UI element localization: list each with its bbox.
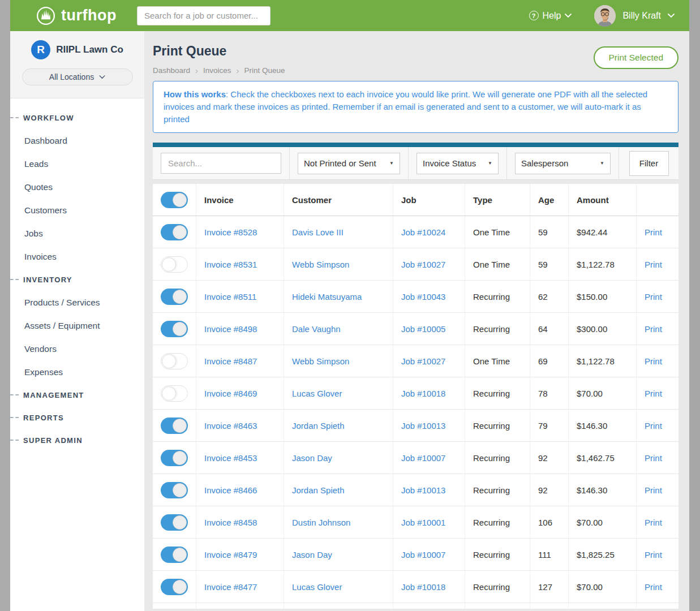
invoice-link[interactable]: Invoice #8487	[196, 345, 284, 377]
user-chevron-down-icon[interactable]	[668, 14, 675, 18]
print-link[interactable]: Print	[637, 571, 678, 603]
customer-link[interactable]: Webb Simpson	[284, 248, 393, 280]
sidebar-item-customers[interactable]: Customers	[10, 199, 144, 222]
job-link[interactable]: Job #10013	[393, 474, 465, 506]
job-link[interactable]: Job #10043	[393, 281, 465, 312]
invoice-link[interactable]: Invoice #8463	[196, 410, 284, 441]
column-header-amount[interactable]: Amount	[569, 184, 637, 216]
sidebar-item-leads[interactable]: Leads	[10, 152, 144, 175]
invoice-link[interactable]: Invoice #8477	[196, 571, 284, 603]
select-arrow-icon: ▼	[600, 161, 604, 166]
row-select-toggle[interactable]	[161, 547, 188, 563]
column-header-age[interactable]: Age	[530, 184, 569, 216]
column-header-customer[interactable]: Customer	[284, 184, 393, 216]
job-link[interactable]: Job #10005	[393, 313, 465, 345]
job-link[interactable]: Job #10018	[393, 571, 465, 603]
print-selected-button[interactable]: Print Selected	[594, 46, 679, 69]
table-search-input[interactable]	[161, 153, 281, 174]
job-link[interactable]: Job #10007	[393, 539, 465, 570]
invoice-status-select[interactable]: Invoice Status ▼	[416, 153, 499, 174]
row-select-toggle[interactable]	[161, 224, 188, 240]
sidebar-item-products-services[interactable]: Products / Services	[10, 291, 144, 314]
job-link[interactable]: Job #10027	[393, 345, 465, 377]
print-link[interactable]: Print	[637, 442, 678, 474]
notice-title: How this works	[164, 89, 226, 99]
invoice-link[interactable]: Invoice #8479	[196, 539, 284, 570]
locations-label: All Locations	[49, 72, 94, 81]
customer-link[interactable]: Jason Day	[284, 539, 393, 570]
breadcrumb-item-print-queue[interactable]: Print Queue	[244, 66, 285, 75]
select-all-toggle[interactable]	[161, 192, 188, 208]
customer-link[interactable]: Davis Love III	[284, 216, 393, 248]
row-select-toggle[interactable]	[161, 514, 188, 531]
global-search-input[interactable]	[137, 6, 270, 25]
job-link[interactable]: Job #10007	[393, 442, 465, 474]
table-row: Invoice #8463 Jordan Spieth Job #10013 R…	[153, 410, 678, 442]
filter-button[interactable]: Filter	[629, 151, 669, 176]
print-link[interactable]: Print	[637, 281, 678, 312]
customer-link[interactable]: Lucas Glover	[284, 377, 393, 409]
column-header-type[interactable]: Type	[465, 184, 530, 216]
sidebar-item-invoices[interactable]: Invoices	[10, 245, 144, 268]
invoice-type: Recurring	[465, 474, 530, 506]
breadcrumb-item-invoices[interactable]: Invoices	[203, 66, 231, 75]
row-select-toggle[interactable]	[161, 418, 188, 434]
customer-link[interactable]: Webb Simpson	[284, 345, 393, 377]
column-header-invoice[interactable]: Invoice	[196, 184, 284, 216]
print-link[interactable]: Print	[637, 345, 678, 377]
company[interactable]: R RIIPL Lawn Co	[10, 40, 144, 59]
customer-link[interactable]: Jason Day	[284, 442, 393, 474]
print-link[interactable]: Print	[637, 216, 678, 248]
user-name[interactable]: Billy Kraft	[622, 11, 661, 21]
invoice-link[interactable]: Invoice #8498	[196, 313, 284, 345]
job-link[interactable]: Job #10001	[393, 506, 465, 538]
customer-link[interactable]: Jordan Spieth	[284, 410, 393, 441]
breadcrumb-item-dashboard[interactable]: Dashboard	[153, 66, 190, 75]
print-link[interactable]: Print	[637, 539, 678, 570]
right-scrollbar[interactable]	[689, 0, 700, 611]
sidebar-item-assets-equipment[interactable]: Assets / Equipment	[10, 314, 144, 337]
job-link[interactable]: Job #10027	[393, 248, 465, 280]
invoice-link[interactable]: Invoice #8458	[196, 506, 284, 538]
job-link[interactable]: Job #10018	[393, 377, 465, 409]
invoice-link[interactable]: Invoice #8531	[196, 248, 284, 280]
customer-link[interactable]: Hideki Matsuyama	[284, 281, 393, 312]
sidebar-item-dashboard[interactable]: Dashboard	[10, 129, 144, 152]
help-menu[interactable]: ? Help	[529, 11, 572, 21]
sidebar-item-quotes[interactable]: Quotes	[10, 175, 144, 199]
invoice-link[interactable]: Invoice #8466	[196, 474, 284, 506]
column-header-job[interactable]: Job	[393, 184, 465, 216]
invoice-link[interactable]: Invoice #8469	[196, 377, 284, 409]
print-link[interactable]: Print	[637, 377, 678, 409]
sidebar-item-jobs[interactable]: Jobs	[10, 222, 144, 245]
row-select-toggle[interactable]	[161, 353, 188, 369]
row-select-toggle[interactable]	[161, 289, 188, 305]
sidebar-item-expenses[interactable]: Expenses	[10, 360, 144, 384]
row-select-toggle[interactable]	[161, 321, 188, 337]
print-link[interactable]: Print	[637, 474, 678, 506]
row-select-toggle[interactable]	[161, 579, 188, 595]
print-link[interactable]: Print	[637, 313, 678, 345]
row-select-toggle[interactable]	[161, 482, 188, 498]
job-link[interactable]: Job #10013	[393, 410, 465, 441]
print-link[interactable]: Print	[637, 410, 678, 441]
invoice-link[interactable]: Invoice #8528	[196, 216, 284, 248]
salesperson-select[interactable]: Salesperson ▼	[515, 153, 611, 174]
app-logo[interactable]: turfhop	[36, 6, 117, 26]
invoice-link[interactable]: Invoice #8511	[196, 281, 284, 312]
invoice-link[interactable]: Invoice #8453	[196, 442, 284, 474]
print-link[interactable]: Print	[637, 248, 678, 280]
user-avatar[interactable]	[594, 5, 616, 27]
customer-link[interactable]: Lucas Glover	[284, 571, 393, 603]
row-select-toggle[interactable]	[161, 385, 188, 402]
print-link[interactable]: Print	[637, 506, 678, 538]
customer-link[interactable]: Jordan Spieth	[284, 474, 393, 506]
locations-dropdown[interactable]: All Locations	[22, 68, 133, 85]
customer-link[interactable]: Dale Vaughn	[284, 313, 393, 345]
printed-status-select[interactable]: Not Printed or Sent ▼	[298, 153, 400, 174]
customer-link[interactable]: Dustin Johnson	[284, 506, 393, 538]
row-select-toggle[interactable]	[161, 450, 188, 466]
sidebar-item-vendors[interactable]: Vendors	[10, 337, 144, 360]
row-select-toggle[interactable]	[161, 256, 188, 273]
job-link[interactable]: Job #10024	[393, 216, 465, 248]
